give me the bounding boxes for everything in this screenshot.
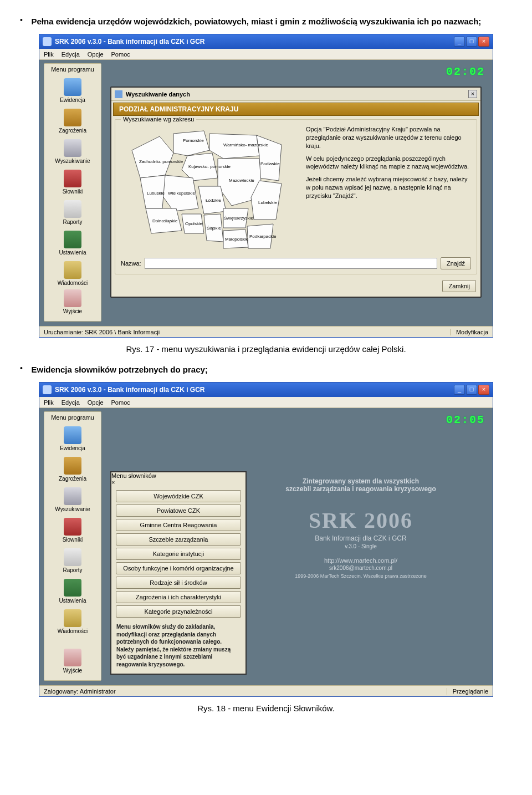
- menu-pomoc[interactable]: Pomoc: [111, 399, 130, 406]
- dict-btn-kategorie-instytucji[interactable]: Kategorie instytucji: [116, 548, 241, 560]
- clock-display: 02:05: [446, 414, 485, 426]
- book-icon: [64, 170, 81, 187]
- sidebar-item-ustawienia[interactable]: Ustawienia: [44, 227, 101, 258]
- info-p2: W celu pojedynczego przeglądania poszcze…: [306, 155, 471, 171]
- menu-plik[interactable]: Plik: [44, 51, 54, 58]
- sidebar-item-slowniki[interactable]: Słowniki: [44, 514, 101, 545]
- caption-2: Rys. 18 - menu Ewidencji Słowników.: [20, 704, 512, 713]
- region-pomorskie[interactable]: [173, 131, 209, 156]
- app-icon: [43, 37, 52, 46]
- warning-icon: [64, 457, 81, 475]
- svg-text:Śląskie: Śląskie: [207, 226, 221, 231]
- window-title: SRK 2006 v.3.0 - Bank informacji dla CZK…: [55, 38, 454, 45]
- menu-pomoc[interactable]: Pomoc: [111, 51, 130, 58]
- svg-text:Małopolskie: Małopolskie: [225, 237, 249, 242]
- svg-text:Lubuskie: Lubuskie: [147, 191, 165, 196]
- window-title: SRK 2006 v.3.0 - Bank informacji dla CZK…: [55, 386, 454, 394]
- sidebar-item-wyjscie[interactable]: Wyjście: [44, 645, 101, 676]
- status-right: Przeglądanie: [447, 688, 488, 695]
- sidebar-item-ewidencja[interactable]: Ewidencja: [44, 423, 101, 453]
- region-zachodniopomorskie[interactable]: [132, 136, 173, 178]
- side-panel-title: Menu programu: [44, 412, 101, 423]
- sidebar-item-raporty[interactable]: Raporty: [44, 197, 101, 227]
- dict-btn-powiatowe[interactable]: Powiatowe CZK: [116, 504, 241, 517]
- dialog-title: Wyszukiwanie danych: [126, 91, 468, 98]
- sidebar-item-wyszukiwanie[interactable]: Wyszukiwanie: [44, 136, 101, 166]
- sidebar-item-zagrozenia[interactable]: Zagrożenia: [44, 105, 101, 136]
- svg-text:Opolskie: Opolskie: [185, 221, 203, 226]
- dict-btn-rodzaje[interactable]: Rodzaje sił i środków: [116, 577, 241, 589]
- minimize-button[interactable]: _: [454, 37, 465, 47]
- close-button[interactable]: ×: [478, 385, 489, 395]
- minimize-button[interactable]: _: [454, 385, 465, 395]
- svg-text:Łódzkie: Łódzkie: [206, 198, 221, 203]
- menu-edycja[interactable]: Edycja: [62, 51, 80, 58]
- svg-text:Warmińsko-
mazurskie: Warmińsko- mazurskie: [223, 142, 269, 147]
- dict-btn-wojewodzkie[interactable]: Wojewódzkie CZK: [116, 490, 241, 502]
- folder-icon: [64, 78, 81, 96]
- dict-btn-kategorie-przynaleznosci[interactable]: Kategorie przynależności: [116, 605, 241, 618]
- status-right: Modyfikacja: [450, 329, 488, 335]
- find-button[interactable]: Znajdź: [441, 257, 471, 269]
- menu-opcje[interactable]: Opcje: [88, 51, 104, 58]
- dialog-close-button[interactable]: ×: [468, 90, 477, 98]
- sidebar-item-wiadomosci[interactable]: Wiadomości: [44, 258, 101, 288]
- menu-plik[interactable]: Plik: [44, 399, 54, 406]
- dialog-close-button[interactable]: ×: [111, 479, 245, 486]
- sidebar-item-slowniki[interactable]: Słowniki: [44, 166, 101, 197]
- info-panel: Opcja "Podział Administracyjny Kraju" po…: [306, 125, 471, 205]
- dict-btn-gminne[interactable]: Gminne Centra Reagowania: [116, 519, 241, 531]
- dict-help-text: Menu słowników służy do zakładania, mody…: [111, 623, 245, 674]
- search-dialog: Wyszukiwanie danych × PODZIAŁ ADMINISTRA…: [110, 86, 482, 298]
- gear-icon: [64, 231, 81, 248]
- menu-opcje[interactable]: Opcje: [88, 399, 104, 406]
- status-bar: Uruchamianie: SRK 2006 \ Bank Informacji…: [39, 326, 493, 337]
- sidebar-item-wiadomosci[interactable]: Wiadomości: [44, 606, 101, 636]
- maximize-button[interactable]: □: [466, 385, 477, 395]
- dialog-ribbon: PODZIAŁ ADMINISTRACYJNY KRAJU: [113, 103, 479, 116]
- sidebar-item-wyjscie[interactable]: Wyjście: [44, 286, 101, 317]
- folder-icon: [64, 426, 81, 444]
- name-input[interactable]: [145, 258, 437, 269]
- exit-icon: [64, 289, 81, 307]
- sidebar-item-wyszukiwanie[interactable]: Wyszukiwanie: [44, 484, 101, 514]
- sidebar-item-ustawienia[interactable]: Ustawienia: [44, 575, 101, 606]
- svg-text:Kujawsko-
pomorskie: Kujawsko- pomorskie: [188, 164, 231, 169]
- dict-btn-zagrozenia[interactable]: Zagrożenia i ich charakterystyki: [116, 591, 241, 603]
- poland-map: Pomorskie Warmińsko- mazurskie Zachodnio…: [121, 125, 298, 253]
- svg-text:Mazowieckie: Mazowieckie: [229, 178, 254, 183]
- bullet-2: Ewidencja słowników potrzebnych do pracy…: [31, 365, 207, 374]
- search-icon: [64, 487, 81, 505]
- dict-btn-osoby[interactable]: Osoby funkcyjne i komórki organizacyjne: [116, 562, 241, 574]
- background-branding: Zintegrowany system dla wszystkich szcze…: [239, 477, 483, 579]
- info-p3: Jeżeli chcemy znaleźć wybraną miejscowoś…: [306, 175, 471, 200]
- title-bar: SRK 2006 v.3.0 - Bank informacji dla CZK…: [39, 383, 493, 397]
- menu-bar: Plik Edycja Opcje Pomoc: [39, 49, 493, 60]
- info-p1: Opcja "Podział Administracyjny Kraju" po…: [306, 125, 471, 150]
- side-panel: Menu programu Ewidencja Zagrożenia Wyszu…: [44, 411, 101, 681]
- clock-display: 02:02: [446, 65, 485, 78]
- app-icon: [43, 385, 52, 394]
- gear-icon: [64, 579, 81, 597]
- menu-edycja[interactable]: Edycja: [62, 399, 80, 406]
- maximize-button[interactable]: □: [466, 37, 477, 47]
- menu-bar: Plik Edycja Opcje Pomoc: [39, 397, 493, 408]
- screenshot-2: SRK 2006 v.3.0 - Bank informacji dla CZK…: [39, 382, 493, 697]
- exit-icon: [64, 649, 81, 666]
- dialog-title: Menu słowników: [111, 472, 245, 479]
- report-icon: [64, 200, 81, 218]
- svg-text:Podkarpackie: Podkarpackie: [249, 234, 277, 239]
- status-left: Uruchamianie: SRK 2006 \ Bank Informacji: [44, 329, 450, 335]
- dict-btn-szczeble[interactable]: Szczeble zarządzania: [116, 533, 241, 546]
- sidebar-item-raporty[interactable]: Raporty: [44, 545, 101, 575]
- sidebar-item-zagrozenia[interactable]: Zagrożenia: [44, 453, 101, 484]
- close-button[interactable]: ×: [478, 37, 489, 47]
- side-panel-title: Menu programu: [44, 64, 101, 75]
- name-label: Nazwa:: [121, 260, 141, 267]
- svg-text:Wielkopolskie: Wielkopolskie: [168, 191, 195, 196]
- dialog-close-btn[interactable]: Zamknij: [442, 280, 476, 292]
- sidebar-item-ewidencja[interactable]: Ewidencja: [44, 75, 101, 105]
- svg-text:Świętokrzyskie: Świętokrzyskie: [224, 216, 253, 221]
- bullet-1: Pełna ewidencja urzędów wojewódzkich, po…: [31, 17, 481, 26]
- status-bar: Zalogowany: Administrator Przeglądanie: [39, 685, 493, 696]
